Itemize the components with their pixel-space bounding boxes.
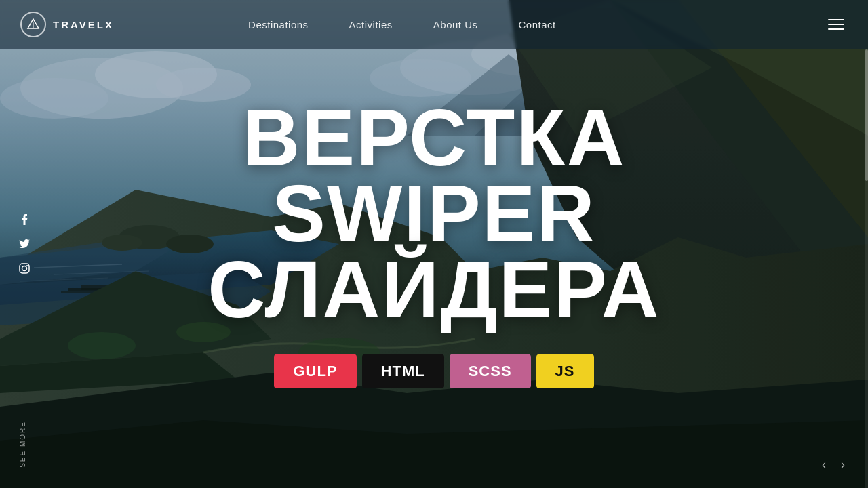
logo[interactable]: TRAVELx [20,12,114,37]
nav-contact[interactable]: Contact [518,19,555,30]
hamburger-line-2 [828,24,844,25]
scroll-indicator [865,49,868,488]
nav-links: Destinations Activities About Us Contact [248,19,556,30]
hamburger-line-3 [828,28,844,30]
badge-gulp: GULP [274,354,356,388]
nav-about[interactable]: About Us [433,19,478,30]
nav-destinations[interactable]: Destinations [248,19,309,30]
badge-html: HTML [362,354,444,388]
hero-section: TRAVELx Destinations Activities About Us… [0,0,868,488]
nav-activities[interactable]: Activities [349,19,393,30]
twitter-icon[interactable] [19,239,30,249]
svg-rect-38 [20,264,29,273]
social-icons [19,214,30,274]
tech-badges: GULP HTML SCSS JS [43,354,825,388]
svg-point-39 [22,266,27,271]
next-arrow[interactable]: › [838,455,848,474]
see-more[interactable]: SEE MORE [19,421,26,468]
see-more-text: SEE MORE [19,421,26,468]
svg-point-40 [26,265,28,266]
instagram-icon[interactable] [19,263,30,274]
badge-js: JS [536,354,594,388]
scroll-thumb [865,49,868,181]
hero-title: ВЕРСТКА SWIPER СЛАЙДЕРА [43,100,825,327]
hamburger-line-1 [828,19,844,20]
hero-title-line3: СЛАЙДЕРА [208,245,660,334]
logo-icon [20,12,46,37]
hero-content: ВЕРСТКА SWIPER СЛАЙДЕРА GULP HTML SCSS J… [43,100,825,388]
badge-scss: SCSS [450,354,531,388]
facebook-icon[interactable] [19,214,30,225]
logo-text: TRAVELx [53,19,114,30]
navbar: TRAVELx Destinations Activities About Us… [0,0,868,49]
arrow-navigation: ‹ › [819,455,848,474]
hamburger-menu[interactable] [825,16,848,33]
prev-arrow[interactable]: ‹ [819,455,829,474]
